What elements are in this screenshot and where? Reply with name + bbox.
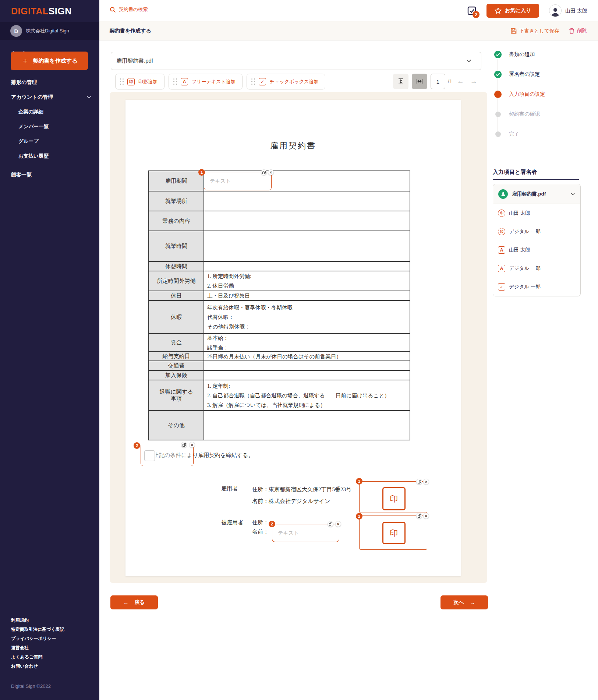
remove-field-button[interactable]: × bbox=[423, 479, 429, 485]
favorite-button[interactable]: お気に入り bbox=[486, 4, 539, 18]
duplicate-field-button[interactable] bbox=[416, 513, 422, 519]
signer-item[interactable]: 印山田 太郎 bbox=[493, 204, 580, 222]
sidebar-item[interactable]: お支払い履歴 bbox=[0, 149, 99, 163]
arrow-left-icon: ← bbox=[123, 599, 128, 605]
employee-address-label: 住所： bbox=[252, 519, 269, 526]
stamp-field-overlay-2[interactable] bbox=[359, 516, 427, 550]
table-row-label: 交通費 bbox=[149, 361, 204, 370]
remove-field-button[interactable]: × bbox=[423, 513, 429, 519]
table-row-label: 就業時間 bbox=[149, 231, 204, 261]
contract-search[interactable]: 契約書の検索 bbox=[110, 6, 148, 13]
sidebar-item[interactable]: 雛形の管理 bbox=[0, 75, 99, 90]
duplicate-field-button[interactable] bbox=[181, 442, 187, 448]
signer-name: 山田 太郎 bbox=[509, 210, 530, 217]
fit-height-button[interactable] bbox=[393, 74, 408, 89]
remove-field-button[interactable]: × bbox=[335, 521, 341, 527]
signer-item[interactable]: ✓デジタル 一郎 bbox=[493, 278, 580, 296]
favorite-label: お気に入り bbox=[505, 7, 531, 14]
table-row: 休暇年次有給休暇・夏季休暇・冬期休暇 代替休暇： その他特別休暇： bbox=[149, 300, 410, 333]
arrow-right-icon: → bbox=[470, 599, 475, 605]
footer-link[interactable]: お問い合わせ bbox=[11, 662, 64, 671]
tool-add-freetext[interactable]: Aフリーテキスト追加 bbox=[169, 74, 243, 89]
remove-field-button[interactable]: × bbox=[268, 169, 274, 175]
checkbox-field-overlay-2[interactable] bbox=[141, 445, 194, 466]
step-label: 完了 bbox=[509, 131, 519, 137]
company-row[interactable]: D 株式会社Digital Sign bbox=[0, 22, 99, 40]
signers-document-header[interactable]: 雇用契約書.pdf bbox=[493, 184, 580, 204]
footer-link[interactable]: 運営会社 bbox=[11, 643, 64, 652]
person-icon bbox=[551, 7, 560, 17]
stamp-field-overlay-1[interactable] bbox=[359, 481, 427, 513]
step-check-icon bbox=[489, 50, 506, 59]
drag-handle-icon[interactable] bbox=[173, 78, 177, 85]
subheader: 契約書を作成する 下書きとして保存 削除 bbox=[99, 21, 598, 41]
tool-add-checkbox[interactable]: ✓チェックボックス追加 bbox=[247, 74, 325, 89]
logo-text-secondary: SIGN bbox=[49, 6, 72, 16]
document-file-select[interactable]: 雇用契約書.pdf bbox=[111, 52, 481, 70]
step-label: 契約書の確認 bbox=[509, 111, 540, 117]
table-row-label: 雇用期間 bbox=[149, 171, 204, 191]
chevron-down-icon bbox=[466, 59, 471, 63]
logo-bar: DIGITALSIGN bbox=[0, 0, 99, 22]
table-row: その他 bbox=[149, 410, 410, 440]
footer-link[interactable]: 特定商取引法に基づく表記 bbox=[11, 625, 64, 634]
user-avatar[interactable] bbox=[549, 4, 562, 17]
sidebar-item[interactable]: 顧客一覧 bbox=[0, 168, 99, 182]
checkbox-icon: ✓ bbox=[498, 283, 505, 291]
footer-link[interactable]: プライバシーポリシー bbox=[11, 634, 64, 643]
duplicate-field-button[interactable] bbox=[261, 169, 267, 175]
drag-handle-icon[interactable] bbox=[251, 78, 255, 85]
fit-width-button[interactable] bbox=[412, 74, 427, 89]
sidebar-item-label: 顧客一覧 bbox=[11, 172, 32, 178]
table-row-value: 年次有給休暇・夏季休暇・冬期休暇 代替休暇： その他特別休暇： bbox=[204, 301, 410, 333]
table-row: 業務の内容 bbox=[149, 211, 410, 231]
create-contract-button[interactable]: ＋ 契約書を作成する bbox=[11, 52, 88, 70]
step-todo: 契約書の確認 bbox=[489, 104, 589, 124]
employer-role-label: 雇用者 bbox=[221, 485, 238, 492]
duplicate-field-button[interactable] bbox=[328, 521, 333, 527]
signer-item[interactable]: 印デジタル 一郎 bbox=[493, 222, 580, 241]
signer-name: デジタル 一郎 bbox=[509, 284, 541, 290]
delete-button[interactable]: 削除 bbox=[569, 28, 587, 34]
table-row-label: 給与支給日 bbox=[149, 352, 204, 360]
previous-page-arrow[interactable]: ← bbox=[456, 77, 466, 85]
sidebar-item[interactable]: メンバー一覧 bbox=[0, 119, 99, 134]
signers-card: 雇用契約書.pdf 印山田 太郎印デジタル 一郎A山田 太郎Aデジタル 一郎✓デ… bbox=[493, 184, 581, 296]
chevron-down-icon bbox=[570, 193, 575, 196]
plus-icon: ＋ bbox=[21, 56, 28, 66]
company-name: 株式会社Digital Sign bbox=[26, 28, 69, 34]
trash-icon bbox=[569, 28, 574, 34]
drag-handle-icon[interactable] bbox=[120, 78, 124, 85]
step-label: 署名者の設定 bbox=[509, 71, 540, 78]
tool-add-stamp[interactable]: 印印影追加 bbox=[115, 74, 164, 89]
sidebar-item[interactable]: グループ bbox=[0, 134, 99, 149]
signer-item[interactable]: A山田 太郎 bbox=[493, 241, 580, 259]
text-field-overlay-1[interactable]: テキスト bbox=[204, 172, 272, 190]
back-button[interactable]: ← 戻る bbox=[110, 595, 158, 609]
fit-height-icon bbox=[397, 78, 404, 85]
tasks-button[interactable]: 2 bbox=[467, 6, 480, 17]
remove-field-button[interactable]: × bbox=[189, 442, 195, 448]
signers-panel-title: 入力項目と署名者 bbox=[493, 169, 537, 176]
duplicate-field-button[interactable] bbox=[416, 479, 422, 485]
page-number-input[interactable]: 1 bbox=[431, 74, 445, 89]
sidebar-item[interactable]: 企業の詳細 bbox=[0, 105, 99, 119]
app-root: DIGITALSIGN D 株式会社Digital Sign ＋ 契約書を作成す… bbox=[0, 0, 598, 700]
signer-item[interactable]: Aデジタル 一郎 bbox=[493, 259, 580, 278]
save-draft-button[interactable]: 下書きとして保存 bbox=[511, 28, 559, 34]
logo-text-primary: DIGITAL bbox=[11, 6, 49, 16]
sidebar-item-label: グループ bbox=[18, 138, 39, 145]
page-title: 契約書を作成する bbox=[110, 28, 151, 34]
footer-link[interactable]: 利用規約 bbox=[11, 616, 64, 625]
subheader-actions: 下書きとして保存 削除 bbox=[511, 21, 587, 41]
sidebar-item-label: アカウントの管理 bbox=[11, 94, 53, 101]
checkbox-input[interactable] bbox=[144, 450, 155, 461]
sidebar-item[interactable]: アカウントの管理 bbox=[0, 90, 99, 105]
table-row-value bbox=[204, 262, 410, 271]
footer-link[interactable]: よくあるご質問 bbox=[11, 652, 64, 662]
signer-name: デジタル 一郎 bbox=[509, 265, 541, 272]
next-button[interactable]: 次へ → bbox=[440, 595, 488, 609]
next-page-arrow[interactable]: → bbox=[469, 77, 479, 85]
copy-icon bbox=[418, 514, 421, 518]
copy-icon bbox=[329, 523, 332, 526]
